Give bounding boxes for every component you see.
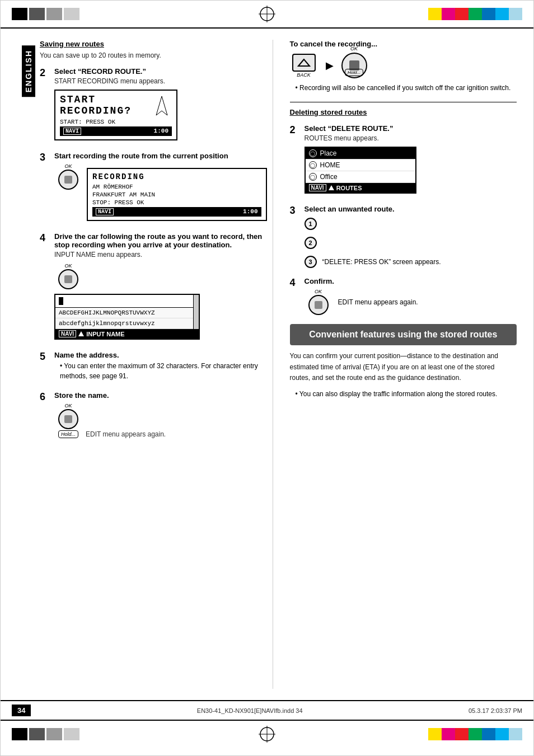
step-5: 5 Name the address. You can enter the ma… [40, 351, 267, 384]
place-icon: ◯ [309, 149, 317, 157]
screen-time-rec: 1:00 [243, 208, 257, 215]
triangle-icon [78, 331, 84, 336]
two-columns: Saving new routes You can save up to 20 … [40, 40, 517, 689]
swatch-cyan-bot [495, 728, 509, 740]
recording-line3: STOP: PRESS OK [92, 199, 261, 206]
delete-step-3-heading: Select an unwanted route. [305, 205, 517, 213]
delete-step-4-note: EDIT menu appears again. [338, 298, 418, 306]
swatch-magenta-bot [442, 728, 455, 740]
input-nav-bar: NAVI INPUT NAME [55, 329, 199, 339]
step-4: 4 Drive the car following the route as y… [40, 232, 267, 344]
swatch-yellow [428, 8, 442, 20]
convenient-box-title: Convenient features using the stored rou… [309, 330, 497, 339]
swatch-green-bot [469, 728, 482, 740]
ok-step4-control: OK [54, 263, 82, 289]
delete-step-4-num: 4 [290, 277, 302, 289]
ok-delete-control: OK [305, 289, 332, 315]
swatch-lightblue [509, 8, 522, 20]
page-outer: ENGLISH Saving new routes You can save u… [0, 0, 534, 756]
print-marks-left [12, 8, 79, 20]
step-2-num: 2 [40, 67, 52, 79]
swatch-red [455, 8, 469, 20]
back-button-control: BACK [290, 54, 318, 78]
navi-icon: NAVI [63, 128, 81, 135]
swatch-cyan [495, 8, 509, 20]
arrow-right-icon: ▶ [326, 59, 334, 72]
start-recording-screen: START RECORDING? N START: PRESS OK NAVI … [54, 90, 177, 140]
routes-label: ROUTES [336, 185, 362, 191]
navi-icon-input: NAVI [59, 330, 76, 337]
screen-time-start: 1:00 [154, 128, 168, 135]
swatch-lightblue-bot [509, 728, 522, 740]
step-6: 6 Store the name. OK Hold... EDIT m [40, 391, 267, 438]
swatch-blue-bot [482, 728, 495, 740]
svg-text:N: N [160, 102, 163, 108]
print-block-gray-bot [46, 728, 62, 740]
routes-row-home: ◯ HOME [306, 159, 415, 171]
select-item-3: 3 “DELETE: PRESS OK” screen appears. [305, 256, 517, 268]
left-column: Saving new routes You can save up to 20 … [40, 40, 273, 689]
hold-small: Hold... [345, 69, 363, 76]
step-2: 2 Select “RECORD ROUTE.” START RECORDING… [40, 67, 267, 145]
step-4-subtext: INPUT NAME menu appears. [54, 251, 267, 259]
cancel-controls: BACK ▶ OK Hold... [290, 53, 517, 78]
sidebar: ENGLISH [17, 40, 40, 689]
recording-line2: FRANKFURT AM MAIN [92, 191, 261, 198]
saving-routes-section: Saving new routes You can save up to 20 … [40, 40, 267, 59]
step-3-num: 3 [40, 152, 52, 163]
step-6-heading: Store the name. [54, 391, 267, 400]
compass-icon: N [152, 94, 172, 118]
routes-place-label: Place [320, 149, 337, 157]
ok-step3-control: OK [54, 163, 82, 190]
convenient-para1: You can confirm your current position—di… [290, 351, 517, 383]
back-shape [292, 54, 316, 72]
delete-step-4-heading: Confirm. [305, 277, 517, 285]
step-3-content: Start recording the route from the curre… [54, 152, 267, 226]
language-label: ENGLISH [22, 45, 35, 97]
routes-nav-bar: NAVI ROUTES [306, 183, 415, 192]
delete-step-3-note: “DELETE: PRESS OK” screen appears. [322, 258, 441, 266]
delete-step-2-subtext: ROUTES menu appears. [305, 134, 517, 142]
routes-triangle-icon [329, 185, 334, 190]
swatch-magenta [442, 8, 455, 20]
crosshair-center-bottom [259, 726, 275, 743]
swatch-yellow-bot [428, 728, 442, 740]
step-4-content: Drive the car following the route as you… [54, 232, 267, 344]
keyboard-upper: ABCDEFGHIJKLMNOPQRSTUVWXYZ [55, 308, 193, 318]
swatch-green [469, 8, 482, 20]
num-btn-3: 3 [305, 256, 317, 268]
footer-filename: EN30-41_KD-NX901[E]NAVIfb.indd 34 [42, 707, 457, 714]
recording-line1: AM RÖMERHOF [92, 184, 261, 190]
print-block-lightgray [64, 8, 79, 20]
cancel-title: To cancel the recording... [290, 40, 517, 48]
content-area: ENGLISH Saving new routes You can save u… [1, 29, 533, 700]
step-2-subtext: START RECORDING menu appears. [54, 77, 267, 85]
recording-screen: RECORDING AM RÖMERHOF FRANKFURT AM MAIN … [87, 168, 267, 221]
cancel-recording-section: To cancel the recording... BACK [290, 40, 517, 93]
navi-icon-routes: NAVI [309, 184, 326, 191]
step-5-note: You can enter the maximum of 32 characte… [54, 361, 267, 381]
routes-office-label: Office [320, 173, 338, 181]
keyboard-lower: abcdefghijklmnopqrstuvwxyz [55, 318, 193, 329]
routes-home-label: HOME [320, 161, 340, 169]
step-5-content: Name the address. You can enter the maxi… [54, 351, 267, 384]
num-btn-1: 1 [305, 218, 317, 230]
back-text: BACK [297, 72, 311, 78]
print-block-gray [46, 8, 62, 20]
print-marks-row [1, 1, 533, 29]
screen-nav-recording: NAVI 1:00 [92, 207, 261, 217]
step-4-heading: Drive the car following the route as you… [54, 232, 267, 249]
recording-title: RECORDING [92, 172, 261, 181]
print-block-black-bot [12, 728, 27, 740]
step-6-content: Store the name. OK Hold... EDIT menu app… [54, 391, 267, 438]
step-6-num: 6 [40, 391, 52, 403]
deleting-routes-title: Deleting stored routes [290, 108, 517, 116]
step-2-content: Select “RECORD ROUTE.” START RECORDING m… [54, 67, 267, 145]
routes-screen: ◯ Place ◯ HOME ◯ Office [305, 147, 416, 194]
convenient-bullet1: You can also display the traffic informa… [290, 389, 517, 399]
routes-row-office: ◯ Office [306, 171, 415, 183]
step-5-heading: Name the address. [54, 351, 267, 359]
bottom-footer: 34 EN30-41_KD-NX901[E]NAVIfb.indd 34 05.… [1, 700, 533, 720]
crosshair-icon-bottom [259, 726, 275, 743]
delete-step-4: 4 Confirm. OK EDIT menu appears again. [290, 277, 517, 315]
